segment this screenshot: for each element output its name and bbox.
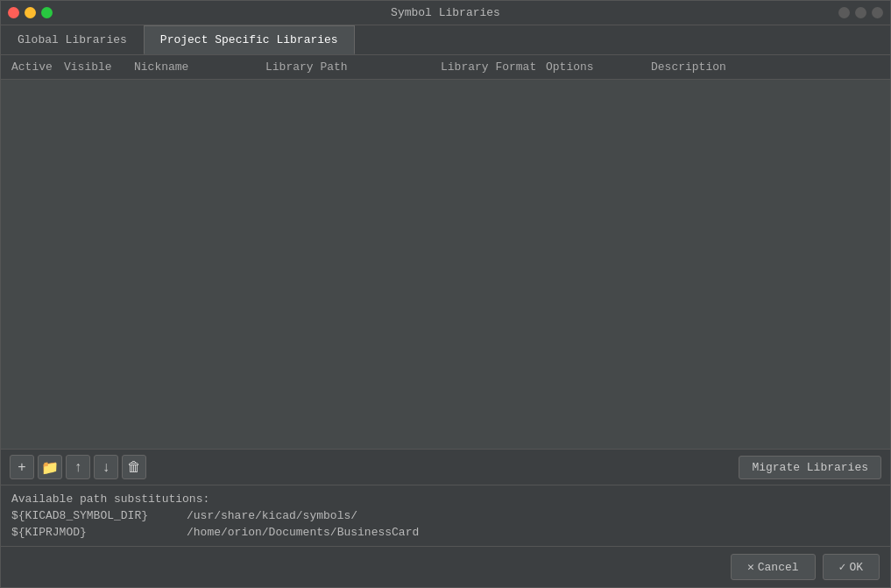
col-header-options: Options <box>546 60 651 74</box>
path-row-0: ${KICAD8_SYMBOL_DIR} /usr/share/kicad/sy… <box>11 509 880 522</box>
table-header: Active Visible Nickname Library Path Lib… <box>1 55 890 80</box>
path-var-1: ${KIPRJMOD} <box>11 526 187 539</box>
cancel-icon: ✕ <box>747 560 754 574</box>
browse-folder-button[interactable]: 📁 <box>38 455 62 479</box>
arrow-down-icon: ↓ <box>103 459 110 475</box>
title-bar: Symbol Libraries <box>1 1 890 25</box>
arrow-up-icon: ↑ <box>74 459 81 475</box>
folder-icon: 📁 <box>41 459 59 476</box>
move-down-button[interactable]: ↓ <box>94 455 118 479</box>
dot-2 <box>855 7 866 18</box>
minimize-button[interactable] <box>25 7 36 18</box>
move-up-button[interactable]: ↑ <box>66 455 90 479</box>
add-button[interactable]: + <box>10 455 34 479</box>
table-body <box>1 80 890 449</box>
path-var-0: ${KICAD8_SYMBOL_DIR} <box>11 509 187 522</box>
maximize-button[interactable] <box>41 7 53 18</box>
window-controls <box>8 7 53 18</box>
tab-bar: Global Libraries Project Specific Librar… <box>1 25 890 55</box>
trash-icon: 🗑 <box>127 459 141 475</box>
dot-1 <box>838 7 850 18</box>
col-header-nickname: Nickname <box>134 60 265 74</box>
col-header-description: Description <box>651 60 880 74</box>
tab-project[interactable]: Project Specific Libraries <box>144 25 355 54</box>
window-title: Symbol Libraries <box>391 6 500 19</box>
path-row-1: ${KIPRJMOD} /home/orion/Documents/Busine… <box>11 526 880 539</box>
footer: ✕ Cancel ✓ OK <box>1 546 890 587</box>
migrate-libraries-button[interactable]: Migrate Libraries <box>739 456 881 479</box>
path-val-0: /usr/share/kicad/symbols/ <box>187 509 357 522</box>
tab-global[interactable]: Global Libraries <box>1 25 144 54</box>
col-header-active: Active <box>11 60 64 74</box>
path-val-1: /home/orion/Documents/BusinessCard <box>187 526 419 539</box>
ok-icon: ✓ <box>839 560 846 574</box>
ok-button[interactable]: ✓ OK <box>823 554 880 580</box>
close-button[interactable] <box>8 7 19 18</box>
col-header-format: Library Format <box>441 60 546 74</box>
toolbar: + 📁 ↑ ↓ 🗑 Migrate Libraries <box>1 449 890 485</box>
col-header-visible: Visible <box>64 60 134 74</box>
cancel-button[interactable]: ✕ Cancel <box>731 554 816 580</box>
col-header-path: Library Path <box>265 60 441 74</box>
path-substitutions-title: Available path substitutions: <box>11 492 880 506</box>
delete-button[interactable]: 🗑 <box>122 455 146 479</box>
main-window: Symbol Libraries Global Libraries Projec… <box>0 0 891 588</box>
title-bar-right-controls <box>838 7 883 18</box>
dot-3 <box>872 7 883 18</box>
path-substitutions: Available path substitutions: ${KICAD8_S… <box>1 485 890 546</box>
